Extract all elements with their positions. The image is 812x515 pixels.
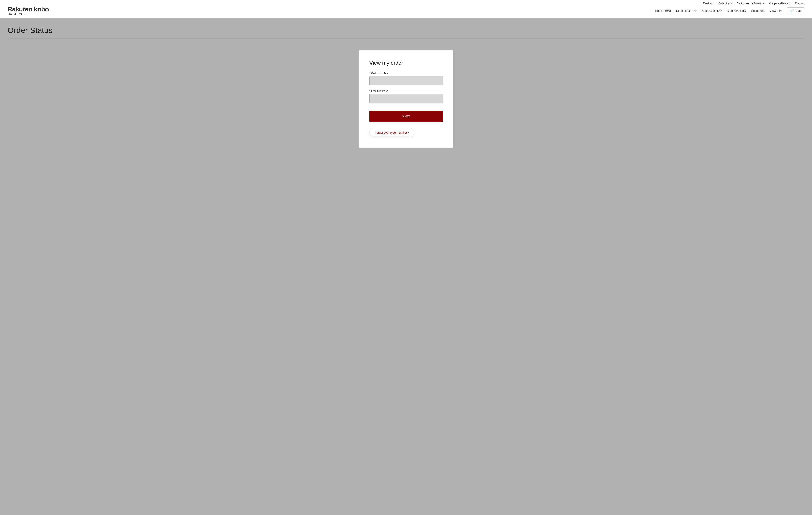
order-form-card: View my order * Order Number * Email Add… bbox=[359, 50, 453, 148]
chevron-down-icon: ▾ bbox=[781, 9, 782, 12]
cart-label: Cart bbox=[795, 9, 801, 12]
page-title: Order Status bbox=[7, 26, 805, 35]
email-label: * Email Address bbox=[370, 89, 443, 92]
top-navigation: Feedback Order Status Back to Kobo eBook… bbox=[7, 0, 805, 6]
forgot-order-link[interactable]: Forgot your order number? bbox=[375, 131, 409, 134]
nav-kobo-forma[interactable]: Kobo Forma bbox=[655, 9, 671, 12]
forgot-order-bubble: Forgot your order number? bbox=[370, 128, 414, 137]
order-number-input[interactable] bbox=[370, 76, 443, 85]
cart-icon: 🛒 bbox=[790, 9, 794, 12]
order-number-label: * Order Number bbox=[370, 72, 443, 75]
view-button[interactable]: View bbox=[370, 110, 443, 122]
nav-kobo-clara[interactable]: Kobo Clara HD bbox=[727, 9, 746, 12]
kobo-text: kobo bbox=[34, 5, 49, 13]
cart-button[interactable]: 🛒 Cart bbox=[787, 7, 805, 14]
nav-kobo-aura[interactable]: Kobo Aura bbox=[751, 9, 764, 12]
order-status-link[interactable]: Order Status bbox=[718, 2, 732, 5]
nav-kobo-aura-h2o[interactable]: Kobo Aura H2O bbox=[702, 9, 722, 12]
back-to-kobo-link[interactable]: Back to Kobo eBookstore bbox=[737, 2, 764, 5]
compare-ereaders-link[interactable]: Compare eReaders bbox=[769, 2, 790, 5]
header-main: Rakuten kobo eReader Store Kobo Forma Ko… bbox=[7, 6, 805, 18]
logo[interactable]: Rakuten kobo eReader Store bbox=[7, 6, 49, 16]
rakuten-text: Rakuten bbox=[7, 5, 32, 13]
nav-kobo-libra[interactable]: Kobo Libra H2O bbox=[676, 9, 697, 12]
site-header: Feedback Order Status Back to Kobo eBook… bbox=[0, 0, 812, 18]
logo-subtitle: eReader Store bbox=[7, 13, 49, 16]
view-all-button[interactable]: View All ▾ bbox=[770, 9, 781, 12]
email-input[interactable] bbox=[370, 94, 443, 103]
order-number-group: * Order Number bbox=[370, 72, 443, 85]
form-title: View my order bbox=[370, 60, 443, 66]
view-all-label: View All bbox=[770, 9, 780, 12]
logo-text: Rakuten kobo bbox=[7, 6, 49, 12]
email-group: * Email Address bbox=[370, 89, 443, 103]
feedback-link[interactable]: Feedback bbox=[703, 2, 714, 5]
form-card-wrapper: View my order * Order Number * Email Add… bbox=[7, 50, 805, 148]
language-link[interactable]: Français bbox=[795, 2, 805, 5]
page-content: Order Status View my order * Order Numbe… bbox=[0, 18, 812, 155]
main-navigation: Kobo Forma Kobo Libra H2O Kobo Aura H2O … bbox=[655, 7, 805, 14]
